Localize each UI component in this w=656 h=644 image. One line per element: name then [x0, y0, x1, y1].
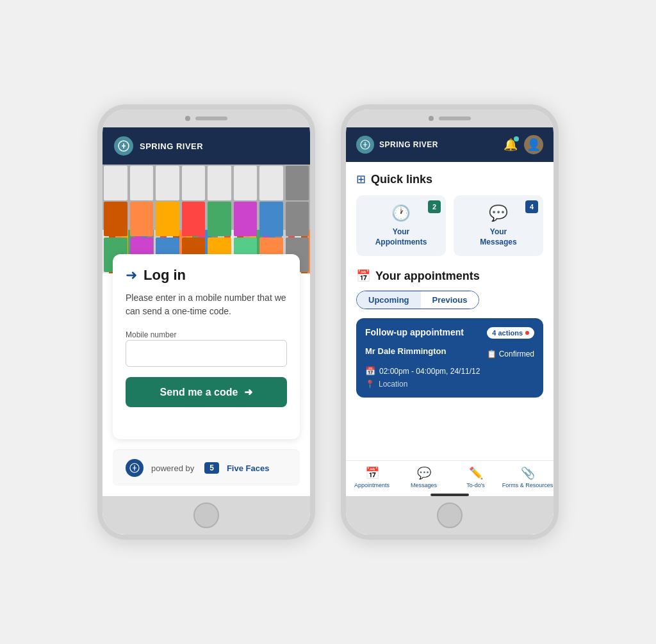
phone-top-bar-2 — [346, 109, 554, 127]
quick-links-section-header: ⊞ Quick links — [356, 172, 543, 186]
home-button[interactable] — [193, 503, 219, 528]
front-camera-2 — [429, 116, 434, 121]
quick-links-title: Quick links — [371, 173, 432, 186]
login-header: SPRING RIVER — [102, 127, 310, 165]
login-brand-name: SPRING RIVER — [140, 141, 203, 151]
appt-time: 02:00pm - 04:00pm, 24/11/12 — [379, 367, 480, 376]
confirmed-badge: 📋 Confirmed — [487, 350, 534, 358]
nav-forms-label: Forms & Resources — [502, 482, 554, 488]
dashboard-content: ⊞ Quick links 2 🕐 YourAppointments 4 💬 Y… — [346, 162, 554, 460]
appointments-badge: 2 — [428, 200, 441, 213]
appt-clock-icon: 📅 — [365, 366, 375, 376]
dashboard-screen: SPRING RIVER 🔔 👤 ⊞ Quick links — [346, 127, 554, 496]
messages-link-label: YourMessages — [480, 227, 516, 247]
nav-forms[interactable]: 📎 Forms & Resources — [502, 466, 554, 488]
bottom-navigation: 📅 Appointments 💬 Messages ✏️ To-do's 📎 F… — [346, 460, 554, 491]
home-button-2[interactable] — [437, 503, 463, 528]
nav-appointments-icon: 📅 — [365, 466, 379, 480]
user-avatar[interactable]: 👤 — [524, 135, 543, 154]
header-action-icons: 🔔 👤 — [504, 135, 543, 154]
appointments-section-header: 📅 Your appointments — [356, 269, 543, 283]
dash-spring-river-logo-icon — [356, 136, 374, 154]
send-code-arrow-icon: ➜ — [244, 386, 252, 398]
nav-todos-label: To-do's — [466, 482, 485, 488]
confirmed-label: Confirmed — [499, 350, 534, 358]
location-icon: 📍 — [365, 380, 375, 389]
login-title-row: ➜ Log in — [126, 267, 287, 284]
phone-top-bar — [102, 109, 310, 127]
phone-bottom-bar-2 — [346, 496, 554, 535]
login-card: ➜ Log in Please enter in a mobile number… — [113, 254, 300, 439]
nav-appointments[interactable]: 📅 Appointments — [346, 466, 398, 488]
powered-by-bar: powered by 5 Five Faces — [113, 449, 300, 486]
nav-todos[interactable]: ✏️ To-do's — [450, 466, 502, 488]
login-description: Please enter in a mobile number that we … — [126, 291, 287, 318]
nav-messages-label: Messages — [411, 482, 437, 488]
powered-by-text: powered by — [151, 463, 194, 473]
dash-brand-name: SPRING RIVER — [379, 140, 438, 149]
location-text: Location — [379, 380, 407, 389]
appointments-section-icon: 📅 — [356, 269, 370, 283]
nav-appointments-label: Appointments — [354, 482, 390, 488]
speaker — [195, 117, 227, 120]
tab-upcoming[interactable]: Upcoming — [357, 291, 421, 309]
quick-links-grid: 2 🕐 YourAppointments 4 💬 YourMessages — [356, 195, 543, 256]
phone-login: SPRING RIVER ➜ Log in Please enter in a … — [97, 104, 315, 540]
mobile-number-input[interactable] — [126, 340, 287, 367]
messages-badge: 4 — [525, 200, 538, 213]
dashboard-header: SPRING RIVER 🔔 👤 — [346, 127, 554, 162]
appointments-section-title: Your appointments — [375, 270, 480, 283]
appt-title: Follow-up appointment — [365, 327, 464, 337]
send-code-label: Send me a code — [160, 387, 238, 398]
appt-patient-name: Mr Dale Rimmington — [365, 346, 446, 356]
appointment-card[interactable]: Follow-up appointment 4 actions Mr Dale … — [356, 318, 543, 398]
powered-logo-icon — [126, 459, 144, 477]
spring-river-logo-icon — [114, 136, 133, 156]
actions-badge: 4 actions — [487, 327, 534, 339]
login-screen: SPRING RIVER ➜ Log in Please enter in a … — [102, 127, 310, 496]
login-arrow-icon: ➜ — [126, 267, 137, 284]
appt-location-peek: 📍 Location — [365, 380, 534, 389]
mobile-field-label: Mobile number — [126, 330, 176, 339]
send-code-button[interactable]: Send me a code ➜ — [126, 377, 287, 407]
quick-links-icon: ⊞ — [356, 172, 366, 186]
appt-card-header: Follow-up appointment 4 actions — [365, 327, 534, 339]
tab-previous[interactable]: Previous — [421, 291, 479, 309]
appointments-icon: 🕐 — [391, 204, 411, 222]
quick-link-appointments[interactable]: 2 🕐 YourAppointments — [356, 195, 446, 256]
quick-link-messages[interactable]: 4 💬 YourMessages — [454, 195, 543, 256]
nav-forms-icon: 📎 — [521, 466, 535, 480]
nav-messages[interactable]: 💬 Messages — [398, 466, 450, 488]
dash-logo-area: SPRING RIVER — [356, 136, 438, 154]
actions-badge-label: 4 actions — [492, 329, 523, 337]
actions-dot — [525, 331, 529, 335]
confirmed-icon: 📋 — [487, 350, 496, 358]
notification-bell-wrap[interactable]: 🔔 — [504, 138, 518, 152]
front-camera — [185, 116, 190, 121]
login-title: Log in — [144, 267, 186, 284]
messages-icon: 💬 — [489, 204, 508, 222]
nav-messages-icon: 💬 — [417, 466, 431, 480]
notification-dot — [514, 136, 519, 141]
avatar-placeholder: 👤 — [527, 138, 541, 152]
appt-time-row: 📅 02:00pm - 04:00pm, 24/11/12 — [365, 366, 534, 376]
five-faces-name: Five Faces — [227, 463, 270, 473]
appointments-link-label: YourAppointments — [375, 227, 427, 247]
phone-dashboard: SPRING RIVER 🔔 👤 ⊞ Quick links — [341, 104, 559, 540]
nav-todos-icon: ✏️ — [469, 466, 483, 480]
five-faces-badge: 5 — [204, 462, 219, 474]
phone-bottom-bar — [102, 496, 310, 535]
appointments-tabs: Upcoming Previous — [356, 291, 479, 309]
speaker-2 — [439, 117, 471, 120]
